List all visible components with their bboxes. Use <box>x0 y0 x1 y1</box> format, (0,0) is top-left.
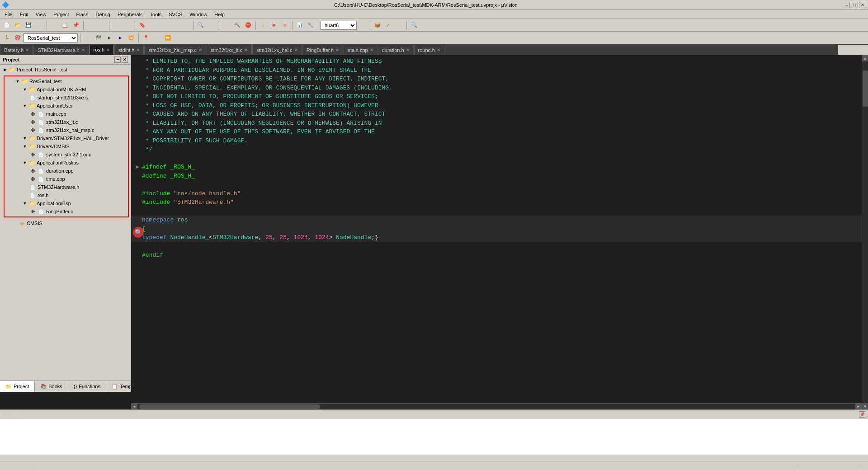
tab-hal-msp-close[interactable]: ✕ <box>198 47 202 52</box>
tb-save[interactable]: 💾 <box>24 20 33 30</box>
tree-ringbuffer-c[interactable]: ✙ 📄 RingBuffer.c <box>5 207 127 216</box>
tb-bookmark-prev[interactable]: ⬆ <box>148 20 158 30</box>
tb-undo[interactable]: ↩ <box>86 20 96 30</box>
tb2-btn2[interactable]: ⬆ <box>83 33 93 43</box>
tb-nav-back[interactable]: ◀ <box>112 20 122 30</box>
tree-stm32-msp[interactable]: ✙ 📄 stm32f1xx_hal_msp.c <box>5 126 127 134</box>
tree-stm32hardware-h[interactable]: 📄 STM32Hardware.h <box>5 183 127 191</box>
tab-ringbuffer-close[interactable]: ✕ <box>335 47 339 52</box>
tab-stm32hardware-close[interactable]: ✕ <box>81 47 85 52</box>
menu-file[interactable]: File <box>2 11 15 18</box>
tree-rosserial-test[interactable]: ▼ 📁 RosSerial_test <box>5 77 127 85</box>
tb-copy[interactable]: 📋 <box>60 20 70 30</box>
tb2-btn6[interactable]: 💥 <box>126 33 136 43</box>
tab-it[interactable]: stm32f1xx_it.c ✕ <box>207 45 252 55</box>
tb-dropdown-arrow[interactable]: ▼ <box>358 20 368 30</box>
tab-maincpp-close[interactable]: ✕ <box>370 47 373 52</box>
tb-unindent[interactable]: |← <box>181 20 191 30</box>
vscroll-track[interactable] <box>862 61 868 403</box>
expand-bsp[interactable]: ▼ <box>22 200 28 207</box>
menu-project[interactable]: Project <box>51 11 71 18</box>
tab-durationh[interactable]: duration.h ✕ <box>378 45 414 55</box>
tb-wizard[interactable]: 🪄 <box>383 20 393 30</box>
menu-debug[interactable]: Debug <box>93 11 113 18</box>
tab-ros[interactable]: ros.h ✕ <box>90 45 114 55</box>
menu-view[interactable]: View <box>33 11 49 18</box>
tab-maincpp[interactable]: main.cpp ✕ <box>344 45 377 55</box>
menu-flash[interactable]: Flash <box>74 11 91 18</box>
tb-cut[interactable]: ✂ <box>49 20 59 30</box>
tree-stm32-it[interactable]: ✙ 📄 stm32f1xx_it.c <box>5 118 127 126</box>
menu-peripherals[interactable]: Peripherals <box>115 11 146 18</box>
menu-svcs[interactable]: SVCS <box>166 11 185 18</box>
tb-paste[interactable]: 📌 <box>71 20 81 30</box>
tb2-btn5[interactable]: ▶ <box>115 33 125 43</box>
tree-app-bsp[interactable]: ▼ 📁 Application/Bsp <box>5 199 127 207</box>
tab-close-editor[interactable]: ✕ <box>858 45 868 55</box>
panel-btn-1[interactable]: ━ <box>114 56 121 63</box>
minimize-button[interactable]: ─ <box>843 2 850 8</box>
bottom-tab-functions[interactable]: {} Functions <box>68 381 106 392</box>
tab-ringbuffer[interactable]: RingBuffer.h ✕ <box>302 45 343 55</box>
tab-stm32hardware[interactable]: STM32Hardware.h ✕ <box>33 45 89 55</box>
vscroll-thumb[interactable] <box>863 70 868 107</box>
tb-search-2[interactable]: 🔍 <box>409 20 419 30</box>
tb-stop[interactable]: ⛔ <box>243 20 253 30</box>
expand-roslibs[interactable]: ▼ <box>22 160 28 166</box>
expand-user[interactable]: ▼ <box>22 103 28 109</box>
tab-scroll-right[interactable]: ▶ <box>848 45 858 55</box>
tb-manage[interactable]: 📦 <box>373 20 382 30</box>
tree-drivers-hal[interactable]: ▼ 📁 Drivers/STM32F1xx_HAL_Driver <box>5 134 127 142</box>
build-output-hscroll[interactable] <box>0 455 868 461</box>
menu-edit[interactable]: Edit <box>17 11 31 18</box>
tab-battery-close[interactable]: ✕ <box>25 47 29 52</box>
search-button[interactable]: 🔍 <box>133 227 144 238</box>
tb2-btn4[interactable]: ▶ <box>104 33 114 43</box>
tb-download[interactable]: ↓ <box>258 20 268 30</box>
tb2-btn8[interactable]: ⏭ <box>152 33 162 43</box>
tb-bookmark-next[interactable]: ⬇ <box>159 20 169 30</box>
code-content-area[interactable]: * LIMITED TO, THE IMPLIED WARRANTIES OF … <box>131 55 862 403</box>
maximize-button[interactable]: □ <box>851 2 858 8</box>
tb-config[interactable]: ⚙ <box>280 20 290 30</box>
tree-root-item[interactable]: ▶ 📁 Project: RosSerial_test <box>0 66 131 74</box>
expand-cmsis[interactable]: ▼ <box>22 143 28 150</box>
tab-stdint[interactable]: stdint.h ✕ <box>114 45 144 55</box>
tb-save-all[interactable]: 🗂 <box>34 20 44 30</box>
tab-stdint-close[interactable]: ✕ <box>136 47 140 52</box>
tb-open[interactable]: 📂 <box>13 20 23 30</box>
tree-drivers-cmsis[interactable]: ▼ 📁 Drivers/CMSIS <box>5 142 127 150</box>
tb-indent[interactable]: →| <box>170 20 180 30</box>
tab-it-close[interactable]: ✕ <box>244 47 248 52</box>
tb-bookmark[interactable]: 🔖 <box>137 20 147 30</box>
tb2-btn1[interactable]: 🏃 <box>2 33 12 43</box>
panel-btn-2[interactable]: ✕ <box>122 56 128 63</box>
hscroll-right-btn[interactable]: ▶ <box>855 404 862 410</box>
tree-startup[interactable]: 📄 startup_stm32f103xe.s <box>5 94 127 102</box>
target-dropdown[interactable]: huart6 <box>321 21 357 30</box>
tab-hal-msp[interactable]: stm32f1xx_hal_msp.c ✕ <box>144 45 206 55</box>
tree-expand-root[interactable]: ▶ <box>2 66 8 73</box>
vscroll-down-btn[interactable]: ▼ <box>862 403 868 409</box>
tab-hal[interactable]: stm32f1xx_hal.c ✕ <box>252 45 302 55</box>
tb-redo[interactable]: ↪ <box>97 20 107 30</box>
tree-app-user[interactable]: ▼ 📁 Application/User <box>5 102 127 110</box>
tb-monitor[interactable]: 📊 <box>295 20 305 30</box>
tab-ros-close[interactable]: ✕ <box>106 47 110 52</box>
horizontal-scrollbar[interactable]: ◀ ▶ <box>131 403 862 409</box>
expand-rosserial[interactable]: ▼ <box>14 78 21 85</box>
build-output-pin[interactable]: 📌 <box>859 411 865 418</box>
tb2-btn3[interactable]: 🏁 <box>94 33 104 43</box>
tb2-target[interactable]: 🎯 <box>13 33 23 43</box>
hscroll-thumb[interactable] <box>139 404 320 409</box>
tab-hal-close[interactable]: ✕ <box>294 47 298 52</box>
project-tree[interactable]: ▶ 📁 Project: RosSerial_test ▼ 📁 RosSeria… <box>0 65 131 381</box>
tree-app-mdk[interactable]: ▼ 📁 Application/MDK-ARM <box>5 85 127 94</box>
target-select[interactable]: RosSerial_test <box>24 33 78 42</box>
tb2-btn9[interactable]: ⏩ <box>163 33 173 43</box>
tree-duration-cpp[interactable]: ✙ 📄 duration.cpp <box>5 167 127 175</box>
tb-replace[interactable]: ⇄ <box>207 20 217 30</box>
tab-roundh[interactable]: round.h ✕ <box>414 45 444 55</box>
tab-durationh-close[interactable]: ✕ <box>406 47 410 52</box>
tree-maincpp[interactable]: ✙ 📄 main.cpp <box>5 110 127 118</box>
